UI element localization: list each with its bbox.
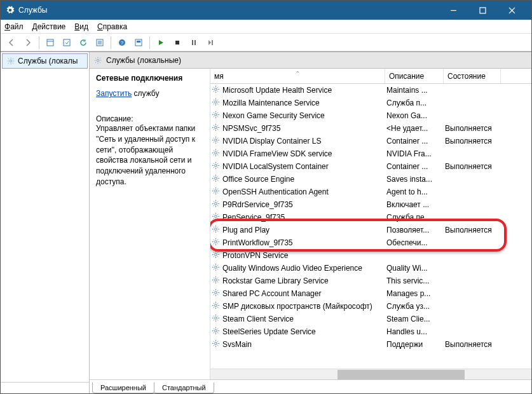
panel-title: Службы (локальные) bbox=[90, 52, 531, 69]
service-icon bbox=[212, 136, 220, 146]
detail-pane: Сетевые подключения Запустить службу Опи… bbox=[90, 69, 210, 379]
scrollbar-horizontal[interactable] bbox=[210, 369, 531, 379]
svg-point-26 bbox=[215, 152, 217, 154]
service-icon bbox=[212, 111, 220, 121]
menu-help[interactable]: Справка bbox=[97, 22, 127, 31]
menu-file[interactable]: Файл bbox=[4, 22, 24, 31]
refresh-icon[interactable] bbox=[76, 36, 90, 50]
service-row[interactable]: OpenSSH Authentication AgentAgent to h..… bbox=[210, 186, 531, 198]
service-row[interactable]: Microsoft Update Health ServiceMaintains… bbox=[210, 84, 531, 97]
svg-point-40 bbox=[215, 330, 217, 332]
tab-standard[interactable]: Стандартный bbox=[154, 383, 214, 393]
view-icon[interactable] bbox=[132, 36, 146, 50]
service-desc: Поддержи bbox=[386, 340, 445, 349]
service-row[interactable]: SMP дисковых пространств (Майкрософт)Слу… bbox=[210, 300, 531, 313]
service-row[interactable]: Plug and PlayПозволяет...Выполняется bbox=[210, 224, 531, 236]
list-icon[interactable] bbox=[93, 36, 107, 50]
start-link[interactable]: Запустить bbox=[96, 89, 132, 98]
service-row[interactable]: ProtonVPN Service bbox=[210, 249, 531, 262]
service-row[interactable]: NPSMSvc_9f735<Не удает...Выполняется bbox=[210, 122, 531, 135]
service-icon bbox=[212, 225, 220, 235]
svg-rect-16 bbox=[192, 40, 193, 45]
gear-icon bbox=[6, 57, 15, 65]
panel-title-text: Службы (локальные) bbox=[106, 56, 181, 65]
svg-point-39 bbox=[215, 317, 217, 320]
service-icon bbox=[212, 250, 220, 261]
service-icon bbox=[212, 327, 220, 337]
service-row[interactable]: Steam Client ServiceSteam Clie... bbox=[210, 313, 531, 325]
svg-point-36 bbox=[215, 279, 217, 282]
rows-container: Microsoft Update Health ServiceMaintains… bbox=[210, 84, 531, 369]
export-icon[interactable] bbox=[60, 36, 74, 50]
svg-point-35 bbox=[215, 266, 217, 269]
titlebar: Службы bbox=[1, 1, 531, 20]
service-state: Выполняется bbox=[445, 162, 502, 171]
svg-point-41 bbox=[215, 343, 217, 345]
start-icon[interactable] bbox=[154, 36, 168, 50]
service-icon bbox=[212, 98, 220, 108]
service-icon bbox=[212, 200, 220, 210]
menu-action[interactable]: Действие bbox=[32, 22, 66, 31]
col-state[interactable]: Состояние bbox=[444, 69, 501, 83]
service-row[interactable]: NVIDIA Display Container LSContainer ...… bbox=[210, 135, 531, 147]
service-icon bbox=[212, 212, 220, 222]
gear-icon bbox=[93, 56, 102, 65]
pause-icon[interactable] bbox=[187, 36, 201, 50]
maximize-button[interactable] bbox=[468, 1, 497, 20]
service-icon bbox=[212, 263, 220, 273]
restart-icon[interactable] bbox=[203, 36, 217, 50]
service-name: SvsMain bbox=[222, 340, 252, 349]
service-desc: Служба уз... bbox=[386, 302, 445, 311]
window-title: Службы bbox=[18, 6, 47, 15]
tree-item-label: Службы (локалы bbox=[18, 57, 78, 65]
close-button[interactable] bbox=[497, 1, 526, 20]
service-row[interactable]: Nexon Game Security ServiceNexon Ga... bbox=[210, 109, 531, 122]
toolbar: ? bbox=[1, 34, 531, 51]
svg-point-30 bbox=[215, 203, 217, 205]
service-desc: Обеспечи... bbox=[386, 238, 445, 247]
service-row[interactable]: P9RdrService_9f735Включает ... bbox=[210, 198, 531, 211]
service-name: SteelSeries Update Service bbox=[222, 327, 316, 336]
stop-icon[interactable] bbox=[170, 36, 184, 50]
back-button[interactable] bbox=[4, 36, 18, 50]
service-row[interactable]: Office Source EngineSaves insta... bbox=[210, 173, 531, 186]
svg-rect-6 bbox=[64, 39, 70, 46]
service-row[interactable]: Quality Windows Audio Video ExperienceQu… bbox=[210, 262, 531, 275]
service-row[interactable]: NVIDIA LocalSystem ContainerContainer ..… bbox=[210, 160, 531, 173]
service-row[interactable]: Rockstar Game Library ServiceThis servic… bbox=[210, 275, 531, 287]
svg-point-29 bbox=[215, 190, 217, 193]
svg-point-37 bbox=[215, 292, 217, 294]
service-name: NVIDIA LocalSystem Container bbox=[222, 162, 329, 171]
service-row[interactable]: PenService_9f735Служба пе... bbox=[210, 211, 531, 224]
service-row[interactable]: Shared PC Account ManagerManages p... bbox=[210, 287, 531, 300]
service-row[interactable]: Mozilla Maintenance ServiceСлужба п... bbox=[210, 97, 531, 109]
service-desc: Agent to h... bbox=[386, 187, 445, 196]
service-desc: Quality Wi... bbox=[386, 264, 445, 273]
service-icon bbox=[212, 161, 220, 172]
service-name: Plug and Play bbox=[222, 226, 269, 234]
col-desc[interactable]: Описание bbox=[385, 69, 444, 83]
service-row[interactable]: SteelSeries Update ServiceHandles u... bbox=[210, 325, 531, 338]
service-name: Rockstar Game Library Service bbox=[222, 276, 329, 285]
service-desc: Служба пе... bbox=[386, 213, 445, 222]
help-icon[interactable]: ? bbox=[115, 36, 129, 50]
service-desc: <Не удает... bbox=[386, 124, 445, 133]
service-desc: This servic... bbox=[386, 276, 445, 285]
minimize-button[interactable] bbox=[439, 1, 468, 20]
service-icon bbox=[212, 314, 220, 324]
body: Службы (локалы Службы (локальные) Сетевы… bbox=[1, 51, 531, 393]
svg-point-33 bbox=[215, 241, 217, 243]
menu-view[interactable]: Вид bbox=[74, 22, 88, 31]
service-row[interactable]: SvsMainПоддержиВыполняется bbox=[210, 338, 531, 351]
service-state: Выполняется bbox=[445, 137, 502, 146]
tab-extended[interactable]: Расширенный bbox=[92, 383, 154, 393]
service-name: NPSMSvc_9f735 bbox=[222, 124, 280, 133]
col-name[interactable]: мя ⌃ bbox=[210, 69, 385, 83]
service-row[interactable]: NVIDIA FrameView SDK serviceNVIDIA Fra..… bbox=[210, 147, 531, 160]
properties-icon[interactable] bbox=[43, 36, 57, 50]
service-row[interactable]: PrintWorkflow_9f735Обеспечи... bbox=[210, 236, 531, 249]
forward-button[interactable] bbox=[21, 36, 35, 50]
tree-item-services[interactable]: Службы (локалы bbox=[2, 53, 88, 69]
svg-point-38 bbox=[215, 304, 217, 307]
service-desc: Maintains ... bbox=[386, 86, 445, 95]
